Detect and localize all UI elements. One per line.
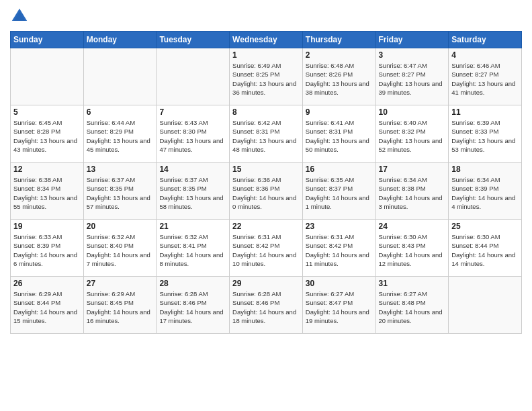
calendar-cell: 31Sunrise: 6:27 AM Sunset: 8:48 PM Dayli… bbox=[375, 277, 449, 334]
day-number: 2 bbox=[306, 50, 373, 60]
day-info: Sunrise: 6:36 AM Sunset: 8:36 PM Dayligh… bbox=[232, 175, 300, 211]
calendar-cell: 1Sunrise: 6:49 AM Sunset: 8:25 PM Daylig… bbox=[230, 48, 303, 105]
calendar-week-4: 19Sunrise: 6:33 AM Sunset: 8:39 PM Dayli… bbox=[11, 220, 522, 277]
calendar-cell: 21Sunrise: 6:32 AM Sunset: 8:41 PM Dayli… bbox=[157, 220, 230, 277]
day-info: Sunrise: 6:32 AM Sunset: 8:40 PM Dayligh… bbox=[87, 232, 154, 268]
day-number: 29 bbox=[232, 279, 300, 288]
calendar-cell: 30Sunrise: 6:27 AM Sunset: 8:47 PM Dayli… bbox=[302, 277, 375, 334]
day-info: Sunrise: 6:32 AM Sunset: 8:41 PM Dayligh… bbox=[159, 232, 226, 268]
calendar-cell: 5Sunrise: 6:45 AM Sunset: 8:28 PM Daylig… bbox=[11, 105, 84, 163]
day-number: 20 bbox=[87, 222, 154, 231]
day-info: Sunrise: 6:31 AM Sunset: 8:42 PM Dayligh… bbox=[232, 232, 300, 268]
calendar-week-1: 1Sunrise: 6:49 AM Sunset: 8:25 PM Daylig… bbox=[11, 48, 522, 105]
day-number: 13 bbox=[87, 165, 154, 174]
column-header-friday: Friday bbox=[375, 32, 449, 48]
day-info: Sunrise: 6:49 AM Sunset: 8:25 PM Dayligh… bbox=[232, 61, 300, 97]
day-number: 8 bbox=[232, 107, 300, 117]
day-number: 10 bbox=[379, 107, 446, 117]
day-number: 6 bbox=[87, 107, 154, 117]
calendar-cell: 15Sunrise: 6:36 AM Sunset: 8:36 PM Dayli… bbox=[230, 163, 303, 220]
calendar-week-3: 12Sunrise: 6:38 AM Sunset: 8:34 PM Dayli… bbox=[11, 163, 522, 220]
day-number: 24 bbox=[379, 222, 446, 231]
day-info: Sunrise: 6:27 AM Sunset: 8:48 PM Dayligh… bbox=[379, 289, 446, 325]
calendar-cell: 28Sunrise: 6:28 AM Sunset: 8:46 PM Dayli… bbox=[157, 277, 230, 334]
column-header-monday: Monday bbox=[83, 32, 157, 48]
header-row: SundayMondayTuesdayWednesdayThursdayFrid… bbox=[11, 32, 522, 48]
calendar-cell: 23Sunrise: 6:31 AM Sunset: 8:42 PM Dayli… bbox=[302, 220, 375, 277]
day-info: Sunrise: 6:37 AM Sunset: 8:35 PM Dayligh… bbox=[87, 175, 154, 211]
calendar-cell bbox=[157, 48, 230, 105]
calendar-cell: 17Sunrise: 6:34 AM Sunset: 8:38 PM Dayli… bbox=[375, 163, 449, 220]
calendar-cell bbox=[449, 277, 522, 334]
day-info: Sunrise: 6:45 AM Sunset: 8:28 PM Dayligh… bbox=[13, 118, 81, 154]
day-number: 14 bbox=[159, 165, 226, 174]
day-number: 9 bbox=[306, 107, 373, 117]
calendar-cell: 3Sunrise: 6:47 AM Sunset: 8:27 PM Daylig… bbox=[375, 48, 449, 105]
calendar-cell: 13Sunrise: 6:37 AM Sunset: 8:35 PM Dayli… bbox=[83, 163, 157, 220]
day-info: Sunrise: 6:41 AM Sunset: 8:31 PM Dayligh… bbox=[306, 118, 373, 154]
calendar-cell: 27Sunrise: 6:29 AM Sunset: 8:45 PM Dayli… bbox=[83, 277, 157, 334]
day-info: Sunrise: 6:44 AM Sunset: 8:29 PM Dayligh… bbox=[87, 118, 154, 154]
calendar-body: 1Sunrise: 6:49 AM Sunset: 8:25 PM Daylig… bbox=[11, 48, 522, 334]
day-number: 28 bbox=[159, 279, 226, 288]
day-info: Sunrise: 6:30 AM Sunset: 8:43 PM Dayligh… bbox=[379, 232, 446, 268]
day-number: 4 bbox=[451, 50, 519, 60]
day-number: 25 bbox=[451, 222, 519, 231]
day-info: Sunrise: 6:28 AM Sunset: 8:46 PM Dayligh… bbox=[232, 289, 300, 325]
day-info: Sunrise: 6:47 AM Sunset: 8:27 PM Dayligh… bbox=[379, 61, 446, 97]
calendar-week-5: 26Sunrise: 6:29 AM Sunset: 8:44 PM Dayli… bbox=[11, 277, 522, 334]
day-info: Sunrise: 6:34 AM Sunset: 8:38 PM Dayligh… bbox=[379, 175, 446, 211]
day-number: 30 bbox=[306, 279, 373, 288]
day-number: 26 bbox=[13, 279, 81, 288]
day-number: 12 bbox=[13, 165, 81, 174]
day-info: Sunrise: 6:34 AM Sunset: 8:39 PM Dayligh… bbox=[451, 175, 519, 211]
logo-icon bbox=[10, 7, 29, 26]
calendar-table: SundayMondayTuesdayWednesdayThursdayFrid… bbox=[10, 31, 522, 334]
calendar-cell: 12Sunrise: 6:38 AM Sunset: 8:34 PM Dayli… bbox=[11, 163, 84, 220]
day-info: Sunrise: 6:31 AM Sunset: 8:42 PM Dayligh… bbox=[306, 232, 373, 268]
calendar-cell: 20Sunrise: 6:32 AM Sunset: 8:40 PM Dayli… bbox=[83, 220, 157, 277]
day-number: 15 bbox=[232, 165, 300, 174]
column-header-wednesday: Wednesday bbox=[230, 32, 303, 48]
day-info: Sunrise: 6:28 AM Sunset: 8:46 PM Dayligh… bbox=[159, 289, 226, 325]
calendar-cell: 24Sunrise: 6:30 AM Sunset: 8:43 PM Dayli… bbox=[375, 220, 449, 277]
day-number: 3 bbox=[379, 50, 446, 60]
day-number: 21 bbox=[159, 222, 226, 231]
calendar-cell: 14Sunrise: 6:37 AM Sunset: 8:35 PM Dayli… bbox=[157, 163, 230, 220]
page-header bbox=[10, 7, 522, 26]
day-number: 22 bbox=[232, 222, 300, 231]
day-info: Sunrise: 6:43 AM Sunset: 8:30 PM Dayligh… bbox=[159, 118, 226, 154]
day-number: 31 bbox=[379, 279, 446, 288]
logo bbox=[10, 7, 32, 26]
calendar-cell: 11Sunrise: 6:39 AM Sunset: 8:33 PM Dayli… bbox=[449, 105, 522, 163]
day-info: Sunrise: 6:29 AM Sunset: 8:45 PM Dayligh… bbox=[87, 289, 154, 325]
day-number: 7 bbox=[159, 107, 226, 117]
calendar-cell: 10Sunrise: 6:40 AM Sunset: 8:32 PM Dayli… bbox=[375, 105, 449, 163]
day-info: Sunrise: 6:39 AM Sunset: 8:33 PM Dayligh… bbox=[451, 118, 519, 154]
calendar-cell: 7Sunrise: 6:43 AM Sunset: 8:30 PM Daylig… bbox=[157, 105, 230, 163]
column-header-tuesday: Tuesday bbox=[157, 32, 230, 48]
calendar-cell: 2Sunrise: 6:48 AM Sunset: 8:26 PM Daylig… bbox=[302, 48, 375, 105]
calendar-week-2: 5Sunrise: 6:45 AM Sunset: 8:28 PM Daylig… bbox=[11, 105, 522, 163]
day-number: 1 bbox=[232, 50, 300, 60]
calendar-cell: 4Sunrise: 6:46 AM Sunset: 8:27 PM Daylig… bbox=[449, 48, 522, 105]
day-info: Sunrise: 6:42 AM Sunset: 8:31 PM Dayligh… bbox=[232, 118, 300, 154]
day-number: 18 bbox=[451, 165, 519, 174]
day-info: Sunrise: 6:35 AM Sunset: 8:37 PM Dayligh… bbox=[306, 175, 373, 211]
day-number: 5 bbox=[13, 107, 81, 117]
calendar-cell: 18Sunrise: 6:34 AM Sunset: 8:39 PM Dayli… bbox=[449, 163, 522, 220]
day-info: Sunrise: 6:33 AM Sunset: 8:39 PM Dayligh… bbox=[13, 232, 81, 268]
calendar-cell bbox=[83, 48, 157, 105]
calendar-cell bbox=[11, 48, 84, 105]
column-header-thursday: Thursday bbox=[302, 32, 375, 48]
day-info: Sunrise: 6:27 AM Sunset: 8:47 PM Dayligh… bbox=[306, 289, 373, 325]
column-header-sunday: Sunday bbox=[11, 32, 84, 48]
day-number: 11 bbox=[451, 107, 519, 117]
day-number: 17 bbox=[379, 165, 446, 174]
calendar-cell: 9Sunrise: 6:41 AM Sunset: 8:31 PM Daylig… bbox=[302, 105, 375, 163]
day-info: Sunrise: 6:38 AM Sunset: 8:34 PM Dayligh… bbox=[13, 175, 81, 211]
day-number: 23 bbox=[306, 222, 373, 231]
calendar-cell: 8Sunrise: 6:42 AM Sunset: 8:31 PM Daylig… bbox=[230, 105, 303, 163]
day-info: Sunrise: 6:37 AM Sunset: 8:35 PM Dayligh… bbox=[159, 175, 226, 211]
column-header-saturday: Saturday bbox=[449, 32, 522, 48]
